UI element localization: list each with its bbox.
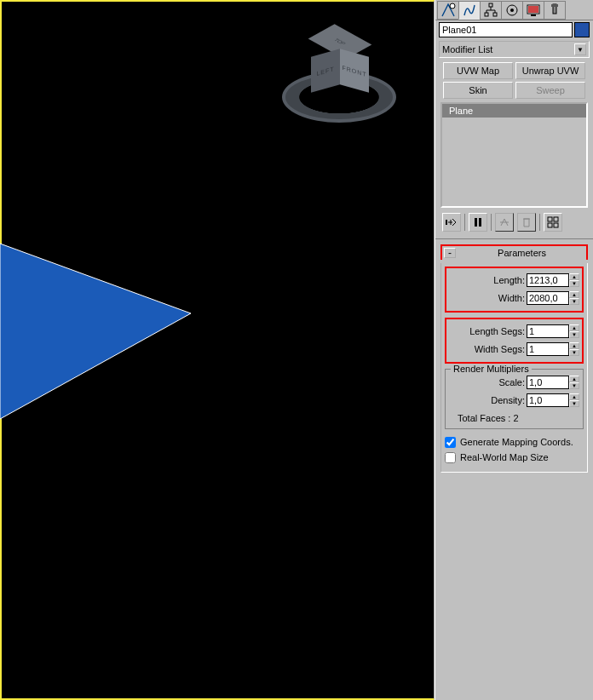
make-unique-button [495,213,514,232]
modifier-list-dropdown[interactable]: Modifier List ▼ [439,41,590,58]
show-end-result-button[interactable] [469,213,487,232]
svg-rect-1 [489,3,492,7]
width-segs-label: Width Segs: [475,344,525,354]
command-panel-tabs [435,0,593,20]
svg-rect-10 [446,220,447,225]
configure-modifier-sets-button[interactable] [544,213,562,232]
segments-highlight-group: Length Segs: ▲▼ Width Segs: ▲▼ [445,318,584,364]
svg-rect-14 [554,217,558,221]
svg-rect-8 [531,14,536,16]
length-spinner-down[interactable]: ▼ [569,280,579,287]
width-label: Width: [498,293,525,303]
pin-stack-button[interactable] [442,213,461,232]
svg-rect-7 [528,6,538,13]
svg-rect-2 [485,13,488,16]
density-spinner-up[interactable]: ▲ [569,393,579,400]
viewcube-face-top[interactable]: TOP [308,24,372,59]
generate-mapping-label: Generate Mapping Coords. [460,437,573,447]
viewcube-ring [282,72,396,123]
viewcube-face-left[interactable]: LEFT [311,49,340,93]
svg-rect-3 [493,13,497,16]
rollout-title: Parameters [458,248,586,258]
real-world-checkbox-row[interactable]: Real-World Map Size [445,450,584,465]
skin-button[interactable]: Skin [443,82,513,99]
density-spinner-down[interactable]: ▼ [569,400,579,407]
width-segs-spinner-up[interactable]: ▲ [569,342,579,349]
density-label: Density: [491,395,525,405]
sweep-button: Sweep [515,82,585,99]
width-spinner-up[interactable]: ▲ [569,291,579,298]
generate-mapping-checkbox-row[interactable]: Generate Mapping Coords. [445,434,584,450]
scale-label: Scale: [498,377,525,387]
total-faces-label: Total Faces : 2 [449,410,579,423]
svg-rect-13 [548,217,552,221]
tab-display[interactable] [522,1,544,20]
viewcube-cube[interactable]: TOP LEFT FRONT [316,43,366,102]
width-spinner-down[interactable]: ▼ [569,298,579,305]
real-world-checkbox[interactable] [445,452,456,463]
length-label: Length: [493,275,525,285]
density-input[interactable] [527,393,569,407]
svg-rect-16 [554,223,558,227]
tab-hierarchy[interactable] [480,1,502,20]
unwrap-uvw-button[interactable]: Unwrap UVW [515,62,585,79]
svg-rect-12 [479,218,481,227]
modifier-list-label: Modifier List [442,44,492,55]
viewcube[interactable]: TOP LEFT FRONT [282,46,396,136]
svg-point-0 [450,3,455,9]
dimensions-highlight-group: Length: ▲▼ Width: ▲▼ [445,267,584,313]
width-segs-spinner-down[interactable]: ▼ [569,349,579,356]
svg-point-5 [510,9,514,12]
svg-rect-11 [475,218,477,227]
viewport[interactable]: TOP LEFT FRONT [0,0,435,700]
rollout-collapse-button[interactable]: - [444,248,456,258]
plane-object[interactable] [0,238,196,426]
modifier-stack[interactable]: Plane [440,102,588,208]
modifier-stack-item[interactable]: Plane [442,104,586,118]
render-multipliers-title: Render Multipliers [451,364,532,374]
parameters-rollout: - Parameters [440,244,588,260]
scale-spinner-down[interactable]: ▼ [569,382,579,389]
scale-spinner-up[interactable]: ▲ [569,376,579,382]
width-segs-input[interactable] [527,342,569,356]
length-segs-input[interactable] [527,324,569,338]
length-segs-spinner-down[interactable]: ▼ [569,331,579,338]
tab-motion[interactable] [501,1,523,20]
length-input[interactable] [527,273,569,287]
length-spinner-up[interactable]: ▲ [569,273,579,280]
length-segs-spinner-up[interactable]: ▲ [569,324,579,331]
command-panel: Modifier List ▼ UVW Map Unwrap UVW Skin … [435,0,593,700]
length-segs-label: Length Segs: [469,326,525,336]
uvw-map-button[interactable]: UVW Map [443,62,513,79]
scale-input[interactable] [527,376,569,389]
tab-utilities[interactable] [544,1,566,20]
svg-rect-15 [548,223,552,227]
viewcube-face-front[interactable]: FRONT [340,49,369,93]
tab-create[interactable] [437,1,459,20]
object-color-swatch[interactable] [574,22,590,37]
rollout-scroll-area[interactable]: - Parameters Length: ▲▼ Width: [435,239,593,700]
real-world-label: Real-World Map Size [460,452,549,462]
render-multipliers-group: Render Multipliers Scale: ▲▼ Density: ▲▼ [445,369,584,429]
width-input[interactable] [527,291,569,305]
object-name-input[interactable] [439,22,573,37]
remove-modifier-button [517,213,536,232]
dropdown-arrow-icon: ▼ [574,43,586,55]
generate-mapping-checkbox[interactable] [445,437,456,448]
tab-modify[interactable] [458,1,481,20]
